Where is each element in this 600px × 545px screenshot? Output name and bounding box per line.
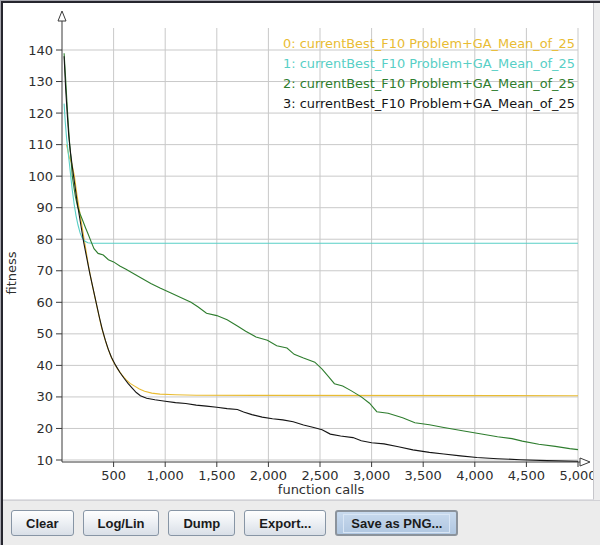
x-axis-arrow-icon <box>580 458 590 466</box>
x-tick-label: 3,500 <box>405 468 442 483</box>
fitness-chart-panel: 1020304050607080901001101201301405001,00… <box>3 3 594 500</box>
x-tick-label: 4,000 <box>456 468 493 483</box>
x-axis-title: function calls <box>278 482 365 497</box>
y-tick-label: 30 <box>36 389 53 404</box>
x-tick-label: 5,000 <box>559 468 593 483</box>
y-axis-title: fitness <box>4 251 19 294</box>
clear-button[interactable]: Clear <box>11 510 74 536</box>
loglin-button-label: Log/Lin <box>98 516 145 531</box>
x-tick-label: 3,000 <box>353 468 390 483</box>
y-axis-arrow-icon <box>58 11 66 21</box>
series-line-1 <box>64 104 578 244</box>
series-line-3 <box>64 56 578 461</box>
save-as-png-button-label: Save as PNG... <box>343 514 450 533</box>
y-tick-label: 50 <box>36 326 53 341</box>
fitness-chart: 1020304050607080901001101201301405001,00… <box>3 3 593 499</box>
x-tick-label: 4,500 <box>508 468 545 483</box>
dump-button-label: Dump <box>183 516 220 531</box>
y-tick-label: 140 <box>28 43 53 58</box>
x-tick-label: 2,000 <box>250 468 287 483</box>
y-tick-label: 20 <box>36 421 53 436</box>
x-tick-label: 500 <box>101 468 126 483</box>
export-button-label: Export... <box>259 516 311 531</box>
x-tick-label: 1,000 <box>147 468 184 483</box>
plot-window: 1020304050607080901001101201301405001,00… <box>0 0 600 545</box>
legend-entry: 1: currentBest_F10 Problem+GA_Mean_of_25 <box>283 56 575 71</box>
y-tick-label: 100 <box>28 169 53 184</box>
export-button[interactable]: Export... <box>244 510 326 536</box>
y-tick-label: 10 <box>36 453 53 468</box>
y-tick-label: 120 <box>28 106 53 121</box>
y-tick-label: 130 <box>28 74 53 89</box>
clear-button-label: Clear <box>26 516 59 531</box>
y-tick-label: 60 <box>36 295 53 310</box>
dump-button[interactable]: Dump <box>168 510 235 536</box>
save-as-png-button[interactable]: Save as PNG... <box>335 510 458 536</box>
legend-entry: 3: currentBest_F10 Problem+GA_Mean_of_25 <box>283 96 575 111</box>
legend-entry: 2: currentBest_F10 Problem+GA_Mean_of_25 <box>283 76 575 91</box>
y-tick-label: 70 <box>36 263 53 278</box>
loglin-button[interactable]: Log/Lin <box>83 510 160 536</box>
x-tick-label: 1,500 <box>198 468 235 483</box>
series-line-0 <box>67 145 578 396</box>
y-tick-label: 110 <box>28 137 53 152</box>
x-tick-label: 2,500 <box>301 468 338 483</box>
legend-entry: 0: currentBest_F10 Problem+GA_Mean_of_25 <box>283 36 575 51</box>
plot-toolbar: ClearLog/LinDumpExport...Save as PNG... <box>3 500 600 545</box>
y-tick-label: 40 <box>36 358 53 373</box>
y-tick-label: 80 <box>36 232 53 247</box>
y-tick-label: 90 <box>36 200 53 215</box>
